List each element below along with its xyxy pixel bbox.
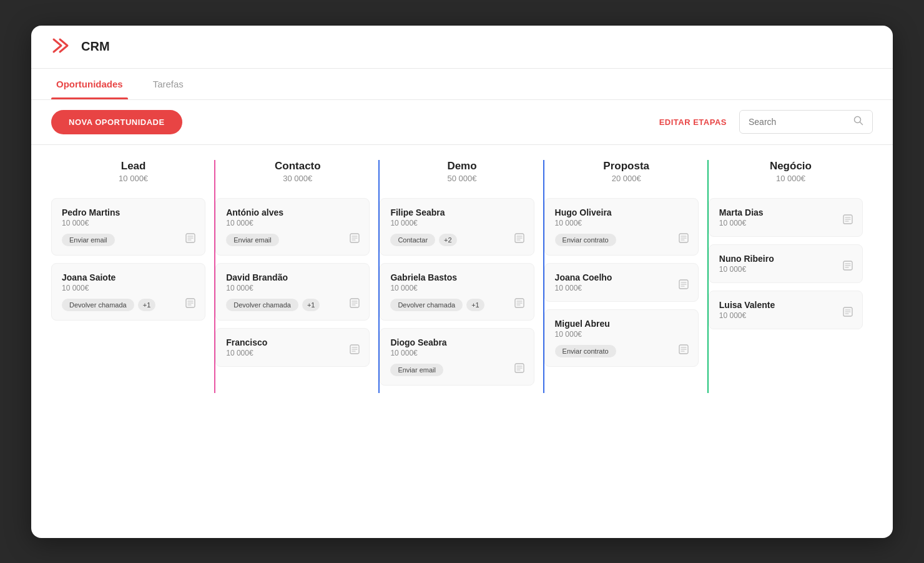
- card-value-contacto-1: 10 000€: [226, 284, 359, 292]
- col-total-contacto: 30 000€: [215, 174, 380, 183]
- card-value-negocio-0: 10 000€: [719, 219, 852, 227]
- task-icon-demo-1[interactable]: [514, 297, 525, 311]
- card-tag-contacto-0[interactable]: Enviar email: [226, 234, 279, 246]
- app-window: CRM Oportunidades Tarefas NOVA OPORTUNID…: [31, 26, 893, 538]
- card-extra-count-demo-1[interactable]: +1: [466, 299, 484, 311]
- card-demo-0: Filipe Seabra10 000€Contactar+2: [380, 198, 534, 256]
- card-actions-demo-2: Enviar email: [390, 364, 523, 376]
- card-value-lead-1: 10 000€: [62, 284, 195, 292]
- col-header-lead: Lead10 000€: [51, 160, 215, 193]
- task-icon-negocio-0[interactable]: [842, 214, 853, 227]
- svg-line-1: [860, 122, 863, 125]
- card-tag-demo-2[interactable]: Enviar email: [390, 364, 443, 376]
- card-name-demo-0: Filipe Seabra: [390, 207, 523, 217]
- card-extra-count-lead-1[interactable]: +1: [138, 299, 156, 311]
- card-tag-lead-0[interactable]: Enviar email: [62, 234, 115, 246]
- card-name-negocio-1: Nuno Ribeiro: [719, 254, 852, 264]
- card-value-negocio-2: 10 000€: [719, 311, 852, 320]
- card-lead-1: Joana Saiote10 000€Devolver chamada+1: [51, 263, 205, 321]
- card-value-negocio-1: 10 000€: [719, 265, 852, 274]
- tab-oportunidades[interactable]: Oportunidades: [51, 69, 128, 99]
- card-name-negocio-2: Luisa Valente: [719, 300, 852, 310]
- col-header-contacto: Contacto30 000€: [215, 160, 380, 193]
- card-demo-1: Gabriela Bastos10 000€Devolver chamada+1: [380, 263, 534, 321]
- tabs-bar: Oportunidades Tarefas: [31, 69, 893, 100]
- card-proposta-1: Joana Coelho10 000€: [544, 263, 699, 302]
- card-value-contacto-0: 10 000€: [226, 219, 359, 227]
- card-tag-proposta-2[interactable]: Enviar contrato: [555, 345, 616, 357]
- task-icon-contacto-1[interactable]: [349, 297, 360, 311]
- card-actions-proposta-2: Enviar contrato: [555, 345, 688, 357]
- task-icon-demo-0[interactable]: [514, 232, 525, 246]
- nova-oportunidade-button[interactable]: NOVA OPORTUNIDADE: [51, 110, 182, 134]
- card-actions-contacto-0: Enviar email: [226, 234, 359, 246]
- toolbar-right: EDITAR ETAPAS: [659, 110, 873, 134]
- task-icon-contacto-2[interactable]: [349, 344, 360, 357]
- card-name-contacto-2: Francisco: [226, 337, 359, 347]
- card-value-proposta-1: 10 000€: [555, 284, 688, 292]
- card-tag-demo-0[interactable]: Contactar: [390, 234, 435, 246]
- search-box: [739, 110, 873, 134]
- card-value-demo-2: 10 000€: [390, 349, 523, 357]
- card-value-proposta-2: 10 000€: [555, 330, 688, 339]
- card-actions-proposta-0: Enviar contrato: [555, 234, 688, 246]
- edit-etapas-button[interactable]: EDITAR ETAPAS: [659, 117, 727, 127]
- col-total-demo: 50 000€: [380, 174, 544, 183]
- card-value-demo-1: 10 000€: [390, 284, 523, 292]
- card-actions-contacto-1: Devolver chamada+1: [226, 299, 359, 311]
- col-title-contacto: Contacto: [215, 160, 380, 172]
- app-logo-icon: [51, 37, 74, 57]
- card-negocio-0: Marta Dias10 000€: [709, 198, 863, 237]
- card-value-demo-0: 10 000€: [390, 219, 523, 227]
- card-value-proposta-0: 10 000€: [555, 219, 688, 227]
- card-contacto-2: Francisco10 000€: [215, 328, 370, 367]
- card-extra-count-contacto-1[interactable]: +1: [302, 299, 320, 311]
- task-icon-proposta-2[interactable]: [678, 344, 689, 357]
- card-negocio-2: Luisa Valente10 000€: [709, 291, 863, 329]
- card-contacto-1: David Brandão10 000€Devolver chamada+1: [215, 263, 370, 321]
- card-lead-0: Pedro Martins10 000€Enviar email: [51, 198, 205, 256]
- col-title-demo: Demo: [380, 160, 544, 172]
- col-total-proposta: 20 000€: [544, 174, 709, 183]
- card-name-contacto-0: António alves: [226, 207, 359, 217]
- task-icon-lead-1[interactable]: [185, 297, 196, 311]
- card-actions-lead-0: Enviar email: [62, 234, 195, 246]
- card-negocio-1: Nuno Ribeiro10 000€: [709, 244, 863, 283]
- tab-tarefas[interactable]: Tarefas: [148, 69, 189, 99]
- card-name-lead-1: Joana Saiote: [62, 272, 195, 282]
- card-proposta-0: Hugo Oliveira10 000€Enviar contrato: [544, 198, 699, 256]
- card-tag-proposta-0[interactable]: Enviar contrato: [555, 234, 616, 246]
- card-name-proposta-2: Miguel Abreu: [555, 319, 688, 329]
- card-actions-lead-1: Devolver chamada+1: [62, 299, 195, 311]
- col-title-negocio: Negócio: [709, 160, 873, 172]
- kanban-col-lead: Lead10 000€Pedro Martins10 000€Enviar em…: [51, 160, 215, 393]
- card-name-demo-1: Gabriela Bastos: [390, 272, 523, 282]
- search-input[interactable]: [749, 117, 848, 127]
- card-tag-lead-1[interactable]: Devolver chamada: [62, 299, 134, 311]
- col-title-proposta: Proposta: [544, 160, 709, 172]
- task-icon-demo-2[interactable]: [514, 362, 525, 376]
- col-title-lead: Lead: [51, 160, 215, 172]
- task-icon-negocio-2[interactable]: [842, 306, 853, 320]
- task-icon-proposta-1[interactable]: [678, 279, 689, 292]
- col-total-negocio: 10 000€: [709, 174, 873, 183]
- kanban-col-negocio: Negócio10 000€Marta Dias10 000€ Nuno Rib…: [709, 160, 873, 393]
- card-value-contacto-2: 10 000€: [226, 349, 359, 357]
- card-name-proposta-1: Joana Coelho: [555, 272, 688, 282]
- kanban-board: Lead10 000€Pedro Martins10 000€Enviar em…: [31, 145, 893, 408]
- top-bar: CRM: [31, 26, 893, 69]
- task-icon-proposta-0[interactable]: [678, 232, 689, 246]
- card-tag-demo-1[interactable]: Devolver chamada: [390, 299, 463, 311]
- task-icon-contacto-0[interactable]: [349, 232, 360, 246]
- kanban-col-demo: Demo50 000€Filipe Seabra10 000€Contactar…: [380, 160, 544, 393]
- task-icon-lead-0[interactable]: [185, 232, 196, 246]
- col-header-demo: Demo50 000€: [380, 160, 544, 193]
- col-header-proposta: Proposta20 000€: [544, 160, 709, 193]
- card-demo-2: Diogo Seabra10 000€Enviar email: [380, 328, 534, 386]
- card-name-negocio-0: Marta Dias: [719, 207, 852, 217]
- card-extra-count-demo-0[interactable]: +2: [439, 234, 457, 246]
- card-tag-contacto-1[interactable]: Devolver chamada: [226, 299, 298, 311]
- col-total-lead: 10 000€: [51, 174, 215, 183]
- task-icon-negocio-1[interactable]: [842, 260, 853, 274]
- kanban-col-proposta: Proposta20 000€Hugo Oliveira10 000€Envia…: [544, 160, 709, 393]
